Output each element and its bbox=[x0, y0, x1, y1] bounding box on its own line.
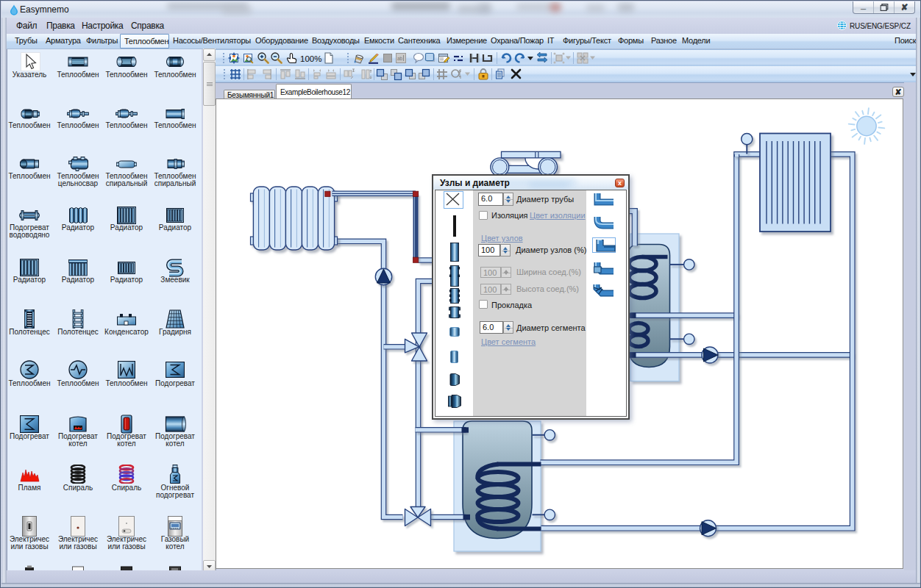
svg-text:ab: ab bbox=[397, 56, 403, 61]
